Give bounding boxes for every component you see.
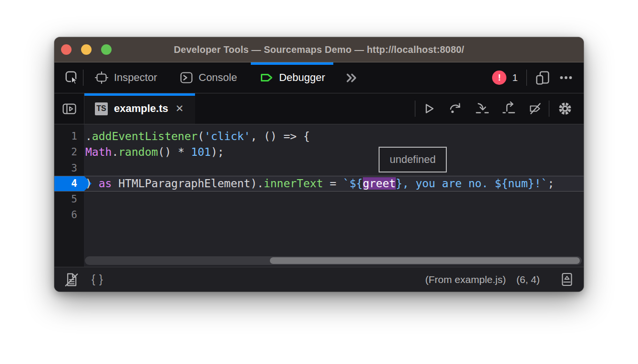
settings-icon (557, 101, 573, 116)
responsive-mode-button[interactable] (535, 71, 550, 85)
editor-footer: { } (From example.js) (6, 4) (54, 267, 584, 292)
variable-preview-value: undefined (390, 153, 436, 166)
sources-panel-toggle-button[interactable] (54, 93, 84, 124)
code-line-1: 1.addEventListener('click', () => { (54, 128, 584, 144)
blackbox-source-button[interactable] (64, 272, 79, 287)
source-tab-row: TS example.ts ✕ (54, 93, 584, 124)
tab-console-label: Console (199, 71, 237, 84)
minimize-window-button[interactable] (81, 44, 92, 55)
toolbar-separator (526, 70, 527, 86)
line-number-4[interactable]: 4 (54, 178, 84, 189)
pick-element-button[interactable] (61, 62, 83, 93)
traffic-lights (61, 37, 112, 62)
devtools-toolbar: Inspector Console Debugger ! 1 (54, 62, 584, 93)
code-lines: 1.addEventListener('click', () => {2Math… (54, 128, 584, 223)
zoom-window-button[interactable] (101, 44, 112, 55)
variable-preview-tooltip: undefined (379, 147, 447, 172)
code-line-2: 2Math.random() * 101); (54, 144, 584, 161)
more-menu-icon (559, 71, 573, 85)
tab-inspector[interactable]: Inspector (86, 62, 165, 93)
debugger-icon (259, 71, 274, 85)
code-text: .addEventListener('click', () => { (84, 130, 310, 142)
close-window-button[interactable] (61, 44, 72, 55)
cursor-position: (6, 4) (516, 274, 540, 285)
error-count: 1 (512, 72, 518, 83)
error-badge[interactable]: ! (492, 71, 506, 85)
tab-debugger[interactable]: Debugger (251, 62, 333, 93)
source-tab-example-ts[interactable]: TS example.ts ✕ (84, 93, 195, 124)
line-number-6[interactable]: 6 (54, 209, 84, 221)
expand-panel-button[interactable] (560, 272, 574, 287)
responsive-mode-icon (535, 71, 550, 85)
resume-button[interactable] (415, 93, 442, 124)
title-bar: Developer Tools — Sourcemaps Demo — http… (54, 37, 584, 62)
error-icon: ! (498, 72, 501, 83)
tab-console[interactable]: Console (171, 62, 246, 93)
horizontal-scrollbar-track[interactable] (85, 256, 582, 265)
tab-inspector-label: Inspector (114, 71, 157, 84)
line-number-2[interactable]: 2 (54, 146, 84, 158)
horizontal-scrollbar-thumb[interactable] (270, 257, 580, 264)
step-in-button[interactable] (469, 93, 495, 124)
debugger-settings-button[interactable] (549, 93, 581, 124)
line-number-5[interactable]: 5 (54, 193, 84, 205)
expand-panel-icon (560, 272, 574, 287)
step-out-button[interactable] (495, 93, 522, 124)
deactivate-breakpoints-icon (528, 101, 543, 116)
sources-panel-toggle-icon (62, 101, 77, 116)
more-tabs-button[interactable] (340, 62, 363, 93)
code-text: ) as HTMLParagraphElement).innerText = `… (84, 177, 554, 190)
code-line-4: 4) as HTMLParagraphElement).innerText = … (54, 176, 584, 192)
code-line-3: 3 (54, 160, 584, 176)
more-menu-button[interactable] (559, 71, 573, 85)
code-editor: 1.addEventListener('click', () => {2Math… (54, 124, 584, 267)
source-origin-note: (From example.js) (425, 274, 506, 285)
console-icon (179, 71, 194, 85)
code-line-6: 6 (54, 207, 584, 223)
source-tab-filename: example.ts (114, 102, 168, 115)
step-over-icon (448, 101, 463, 116)
toolbar-separator (83, 70, 83, 86)
highlighted-token[interactable]: greet (363, 177, 396, 190)
code-line-5: 5 (54, 191, 584, 207)
inspector-icon (94, 71, 109, 85)
pick-element-icon (64, 70, 80, 85)
devtools-window: Developer Tools — Sourcemaps Demo — http… (54, 37, 584, 292)
window-title: Developer Tools — Sourcemaps Demo — http… (174, 44, 464, 55)
line-number-1[interactable]: 1 (54, 131, 84, 142)
step-out-icon (502, 101, 516, 116)
step-in-icon (475, 101, 489, 116)
debugger-command-bar (415, 93, 584, 124)
deactivate-breakpoints-button[interactable] (522, 93, 549, 124)
overflow-chevron-icon (345, 71, 358, 84)
typescript-file-icon: TS (95, 102, 108, 115)
close-tab-icon[interactable]: ✕ (175, 102, 185, 115)
line-number-3[interactable]: 3 (54, 162, 84, 174)
pretty-print-button[interactable]: { } (92, 273, 103, 286)
blackbox-icon (64, 272, 79, 287)
step-over-button[interactable] (442, 93, 469, 124)
toolbar-right-cluster: ! 1 (492, 62, 584, 93)
code-text: Math.random() * 101); (84, 146, 224, 158)
resume-icon (422, 101, 436, 116)
tab-debugger-label: Debugger (279, 71, 325, 84)
